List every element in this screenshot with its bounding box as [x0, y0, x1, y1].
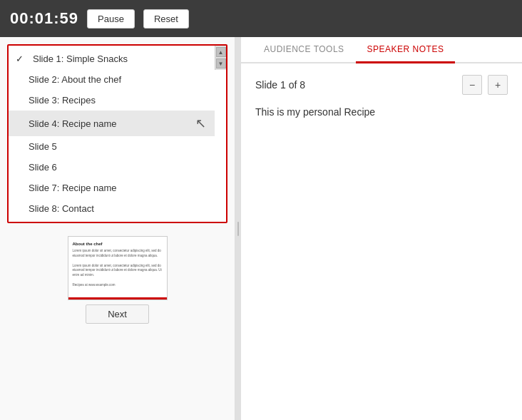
pause-button[interactable]: Pause	[87, 9, 135, 29]
slide-item-label-7: Slide 7: Recipe name	[29, 183, 206, 193]
reset-button[interactable]: Reset	[143, 9, 189, 29]
tab-speaker[interactable]: SPEAKER NOTES	[356, 37, 456, 63]
slide-item-label-4: Slide 4: Recipe name	[29, 118, 191, 129]
top-bar: 00:01:59 Pause Reset	[0, 0, 522, 37]
right-panel: AUDIENCE TOOLSSPEAKER NOTES Slide 1 of 8…	[241, 37, 522, 420]
slide-item-4[interactable]: Slide 4: Recipe name↖	[9, 111, 215, 136]
slide-preview-content: About the chef Lorem ipsum dolor sit ame…	[68, 237, 167, 292]
notes-content: Slide 1 of 8 − + This is my personal Rec…	[241, 63, 522, 420]
preview-text: Lorem ipsum dolor sit amet, consectetur …	[73, 249, 163, 287]
slide-item-8[interactable]: Slide 8: Contact	[9, 198, 215, 219]
slide-item-label-1: Slide 1: Simple Snacks	[33, 53, 206, 64]
left-panel: ✓Slide 1: Simple SnacksSlide 2: About th…	[0, 37, 235, 420]
scrollbar: ▲ ▼	[215, 46, 226, 70]
decrease-font-button[interactable]: −	[462, 75, 482, 95]
check-icon-1: ✓	[16, 53, 29, 64]
slide-item-label-5: Slide 5	[29, 141, 206, 152]
scroll-down-arrow[interactable]: ▼	[216, 58, 226, 68]
main-area: ✓Slide 1: Simple SnacksSlide 2: About th…	[0, 37, 522, 420]
preview-area: About the chef Lorem ipsum dolor sit ame…	[0, 230, 235, 420]
slide-item-6[interactable]: Slide 6	[9, 157, 215, 178]
slide-preview: About the chef Lorem ipsum dolor sit ame…	[68, 236, 168, 300]
panel-divider[interactable]	[235, 37, 241, 420]
slide-item-label-8: Slide 8: Contact	[29, 203, 206, 214]
tabs-bar: AUDIENCE TOOLSSPEAKER NOTES	[241, 37, 522, 63]
increase-font-button[interactable]: +	[488, 75, 508, 95]
slide-item-2[interactable]: Slide 2: About the chef	[9, 69, 215, 90]
cursor-icon: ↖	[195, 116, 206, 131]
slide-item-5[interactable]: Slide 5	[9, 136, 215, 157]
slide-list: ✓Slide 1: Simple SnacksSlide 2: About th…	[9, 46, 215, 222]
preview-title: About the chef	[73, 241, 163, 247]
slide-item-label-6: Slide 6	[29, 162, 206, 173]
slide-item-label-3: Slide 3: Recipes	[29, 95, 206, 106]
timer-display: 00:01:59	[10, 9, 78, 28]
slide-info-bar: Slide 1 of 8 − +	[255, 75, 508, 95]
next-button[interactable]: Next	[86, 304, 149, 324]
slide-list-scroll: ✓Slide 1: Simple SnacksSlide 2: About th…	[9, 46, 226, 222]
slide-list-container: ✓Slide 1: Simple SnacksSlide 2: About th…	[7, 44, 227, 223]
slide-item-1[interactable]: ✓Slide 1: Simple Snacks	[9, 48, 215, 69]
slide-info-text: Slide 1 of 8	[255, 79, 456, 91]
notes-text: This is my personal Recipe	[255, 105, 508, 120]
slide-item-label-2: Slide 2: About the chef	[29, 74, 206, 85]
slide-item-7[interactable]: Slide 7: Recipe name	[9, 178, 215, 198]
scroll-up-arrow[interactable]: ▲	[216, 47, 226, 57]
slide-item-3[interactable]: Slide 3: Recipes	[9, 90, 215, 111]
tab-audience[interactable]: AUDIENCE TOOLS	[252, 37, 356, 63]
preview-progress-bar	[68, 297, 167, 299]
